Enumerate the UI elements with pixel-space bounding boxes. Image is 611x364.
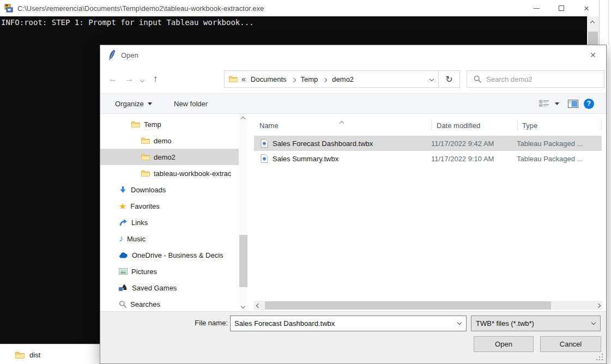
column-divider[interactable]	[601, 119, 602, 130]
organize-button[interactable]: Organize	[115, 94, 152, 113]
refresh-button[interactable]: ↻	[439, 71, 459, 87]
tree-item-temp[interactable]: Temp	[100, 116, 239, 132]
file-row-sales-forecast-dashboard-twbx[interactable]: Sales Forecast Dashboard.twbx11/17/2022 …	[254, 136, 602, 151]
file-type-select[interactable]: TWB* files (*.twb*)	[471, 316, 601, 331]
breadcrumb-overflow[interactable]: «	[241, 75, 246, 83]
date-modified-cell: 11/17/2022 9:42 AM	[431, 136, 517, 151]
file-name-label: File name:	[166, 319, 228, 327]
console-titlebar[interactable]: C:\Users\remerencia\Documents\Temp\demo2…	[0, 0, 599, 16]
scroll-left-button[interactable]	[254, 301, 263, 310]
horizontal-scrollbar-thumb[interactable]	[265, 301, 551, 310]
caret-down-icon	[148, 102, 152, 105]
minimize-icon	[534, 8, 540, 9]
preview-pane-icon[interactable]	[568, 100, 578, 108]
console-title: C:\Users\remerencia\Documents\Temp\demo2…	[17, 4, 264, 13]
back-button[interactable]: ←	[105, 74, 121, 84]
tk-feather-icon	[108, 50, 116, 60]
column-label: Date modified	[437, 122, 480, 130]
pictures-icon	[119, 268, 128, 275]
search-box[interactable]	[467, 70, 604, 88]
tree-item-demo[interactable]: demo	[100, 132, 239, 149]
breadcrumb-item-temp[interactable]: Temp	[300, 75, 319, 83]
dialog-titlebar[interactable]: Open ×	[100, 45, 606, 65]
tree-item-demo2[interactable]: demo2	[100, 149, 239, 165]
address-bar[interactable]: « DocumentsTempdemo2 ↻	[224, 70, 460, 88]
tree-item-favorites[interactable]: ★Favorites	[100, 198, 239, 214]
file-list-header: Name Date modified Type	[254, 116, 603, 131]
scroll-up-icon[interactable]	[241, 117, 245, 121]
new-folder-button[interactable]: New folder	[174, 94, 208, 113]
up-button[interactable]: ↑	[147, 74, 164, 84]
maximize-button[interactable]	[549, 0, 574, 16]
tableau-file-icon	[261, 154, 268, 163]
close-button[interactable]: ×	[574, 0, 599, 16]
view-options-dropdown[interactable]	[555, 102, 559, 105]
tree-item-searches[interactable]: Searches	[100, 296, 239, 311]
tree-item-label: Favorites	[130, 202, 159, 210]
dialog-close-button[interactable]: ×	[584, 47, 602, 63]
tree-item-pictures[interactable]: Pictures	[100, 263, 239, 280]
column-header-name[interactable]: Name	[259, 116, 279, 131]
tree-scrollbar[interactable]	[239, 114, 248, 311]
links-icon	[119, 219, 128, 227]
breadcrumb-item-demo2[interactable]: demo2	[331, 75, 355, 83]
scroll-up-icon[interactable]	[590, 21, 595, 25]
tree-item-label: Searches	[130, 300, 160, 308]
scroll-right-button[interactable]	[594, 301, 603, 310]
resize-grip[interactable]	[602, 359, 603, 360]
window-controls: ×	[524, 0, 599, 16]
new-folder-label: New folder	[174, 100, 208, 108]
column-divider[interactable]	[431, 119, 432, 130]
folder-icon	[229, 76, 238, 83]
tree-scrollbar-thumb[interactable]	[239, 235, 247, 287]
search-input[interactable]	[486, 75, 604, 83]
navigation-bar: ← → ↑ « DocumentsTempdemo2 ↻	[100, 65, 606, 93]
file-name-cell: Sales Summary.twbx	[254, 151, 431, 166]
dialog-content: Tempdemodemo2tableau-workbook-extracDown…	[100, 114, 606, 311]
onedrive-icon	[119, 252, 128, 258]
breadcrumb-item-documents[interactable]: Documents	[250, 75, 288, 83]
caret-down-icon	[555, 102, 559, 105]
horizontal-scrollbar[interactable]	[254, 301, 603, 310]
date-modified-cell: 11/17/2022 9:10 AM	[431, 151, 517, 166]
tree-item-music[interactable]: ♪Music	[100, 230, 239, 247]
tree-item-onedrive-business-decis[interactable]: OneDrive - Business & Decis	[100, 247, 239, 263]
view-list-icon[interactable]	[539, 100, 549, 108]
scroll-down-icon[interactable]	[241, 304, 245, 308]
tree-item-downloads[interactable]: Downloads	[100, 181, 239, 198]
tree-item-tableau-workbook-extrac[interactable]: tableau-workbook-extrac	[100, 165, 239, 181]
column-header-date-modified[interactable]: Date modified	[437, 116, 480, 131]
tree-item-label: Saved Games	[132, 284, 177, 292]
recent-locations-button[interactable]	[137, 74, 147, 84]
tree-item-label: demo	[154, 137, 172, 145]
folder-tree: Tempdemodemo2tableau-workbook-extracDown…	[100, 114, 239, 311]
help-button[interactable]: ?	[584, 99, 594, 109]
sort-ascending-icon	[340, 117, 343, 127]
file-name-input[interactable]	[231, 319, 458, 327]
tree-item-saved-games[interactable]: ♞Saved Games	[100, 280, 239, 296]
background-folder-item-dist[interactable]: dist	[15, 351, 40, 359]
minimize-button[interactable]	[524, 0, 549, 16]
address-dropdown-button[interactable]	[425, 71, 438, 87]
forward-button[interactable]: →	[121, 74, 137, 84]
file-name-combobox	[230, 316, 467, 331]
help-icon: ?	[587, 100, 591, 107]
dialog-title: Open	[121, 51, 138, 59]
tree-item-label: demo2	[154, 153, 176, 161]
tree-item-label: Downloads	[131, 186, 166, 194]
chevron-down-icon	[429, 77, 434, 81]
file-row-sales-summary-twbx[interactable]: Sales Summary.twbx11/17/2022 9:10 AMTabl…	[254, 151, 602, 166]
open-button[interactable]: Open	[474, 336, 534, 352]
dialog-bottom-panel: File name: TWB* files (*.twb*) Open Canc…	[100, 311, 606, 363]
tree-item-links[interactable]: Links	[100, 214, 239, 230]
column-divider[interactable]	[517, 119, 518, 130]
column-label: Type	[522, 122, 537, 130]
column-header-type[interactable]: Type	[522, 116, 537, 131]
chevron-down-icon[interactable]	[457, 320, 462, 325]
breadcrumb-separator-chevron[interactable]	[292, 74, 295, 84]
breadcrumb-separator-chevron[interactable]	[323, 74, 326, 84]
cancel-button[interactable]: Cancel	[540, 336, 601, 352]
close-icon: ×	[590, 50, 596, 61]
console-output-line: INFO:root: STEP 1: Prompt for input Tabl…	[0, 16, 599, 28]
file-name-text: Sales Forecast Dashboard.twbx	[273, 139, 373, 148]
